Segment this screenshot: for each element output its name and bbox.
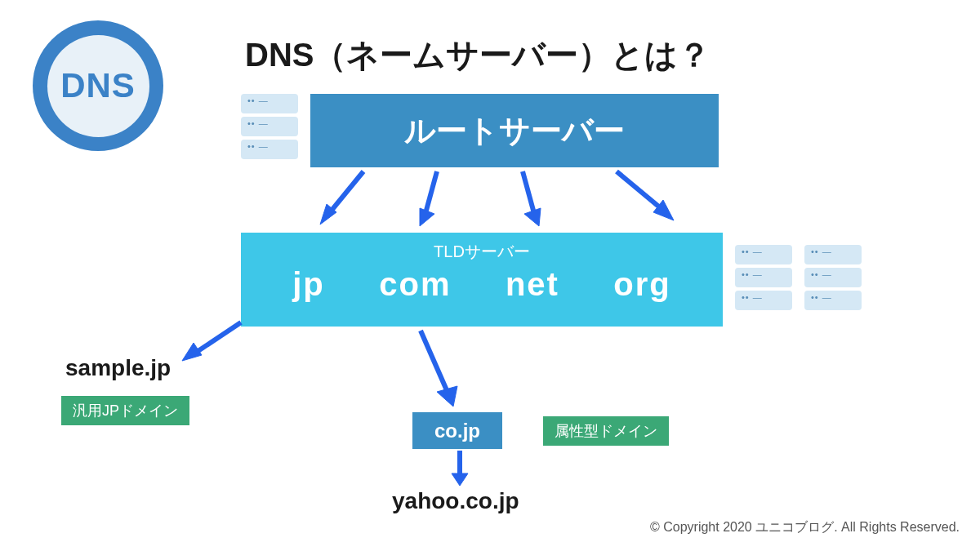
svg-marker-11 [437, 386, 457, 407]
tld-domain: jp [292, 266, 325, 303]
svg-marker-3 [420, 208, 434, 226]
cojp-label: co.jp [434, 420, 480, 442]
tld-domain: org [613, 266, 670, 303]
arrow-icon [506, 167, 555, 233]
dns-logo-text: DNS [60, 66, 136, 105]
server-icon [735, 245, 792, 313]
sample-jp-text: sample.jp [65, 355, 171, 381]
arrow-icon [604, 167, 686, 233]
page-title: DNS（ネームサーバー）とは？ [245, 33, 710, 78]
arrow-icon [176, 318, 249, 367]
tld-domain: net [506, 266, 559, 303]
svg-line-4 [523, 171, 535, 216]
copyright-text: © Copyright 2020 ユニコブログ. All Rights Rese… [650, 519, 960, 536]
svg-line-8 [192, 322, 241, 355]
svg-marker-5 [524, 208, 541, 226]
arrow-icon [408, 327, 466, 412]
yahoo-text: yahoo.co.jp [392, 488, 519, 514]
arrow-icon [448, 449, 472, 488]
server-icon [804, 245, 862, 313]
attribute-domain-tag: 属性型ドメイン [543, 416, 669, 446]
generic-jp-tag: 汎用JPドメイン [61, 396, 189, 425]
svg-line-2 [425, 171, 437, 216]
svg-marker-9 [182, 343, 202, 361]
tld-server-box: TLDサーバー jp com net org [241, 233, 723, 327]
cojp-box: co.jp [412, 412, 502, 449]
tld-server-label: TLDサーバー [241, 241, 723, 263]
arrow-icon [310, 167, 376, 233]
arrow-icon [408, 167, 457, 233]
root-server-label: ルートサーバー [404, 110, 625, 152]
dns-logo: DNS [33, 20, 163, 151]
tld-domain: com [379, 266, 451, 303]
root-server-box: ルートサーバー [310, 94, 719, 167]
svg-marker-13 [452, 473, 468, 486]
server-icon [241, 94, 298, 162]
svg-line-10 [421, 331, 449, 396]
